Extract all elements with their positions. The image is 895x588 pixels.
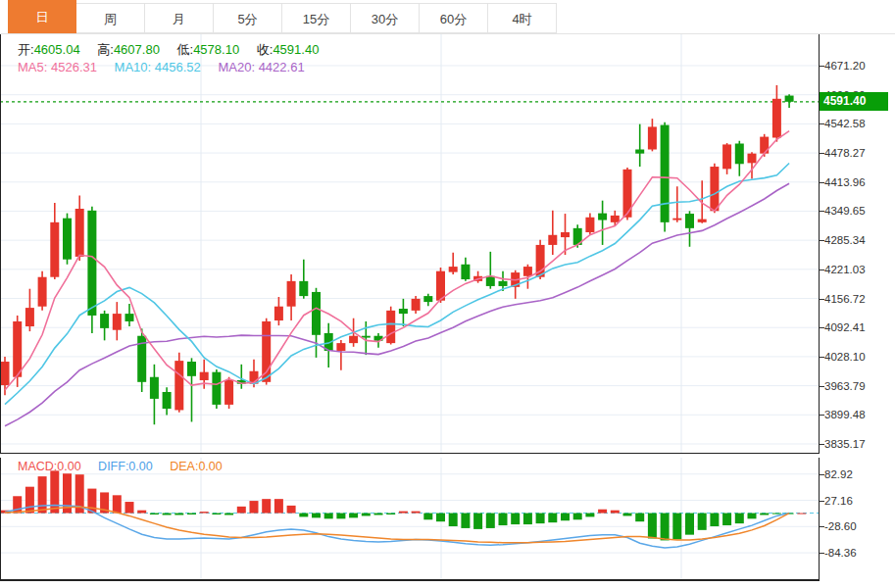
price-tick-label: 4478.27 bbox=[824, 147, 866, 159]
macd-label: MACD: bbox=[18, 460, 57, 473]
price-tick-label: -28.60 bbox=[824, 520, 857, 532]
price-tick-label: 4285.34 bbox=[824, 234, 866, 246]
price-tick-label: 4028.10 bbox=[824, 351, 866, 363]
dea-value: 0.00 bbox=[198, 460, 222, 473]
macd-row: MACD:0.00 DIFF:0.00 DEA:0.00 bbox=[18, 460, 223, 473]
last-price-tag: 4591.40 bbox=[820, 92, 888, 111]
period-tabbar: 日 周 月 5分 15分 30分 60分 4时 bbox=[0, 0, 895, 34]
price-tick-label: 4671.20 bbox=[824, 60, 866, 72]
tab-4hour[interactable]: 4时 bbox=[488, 3, 557, 33]
price-tick-label: 4221.03 bbox=[824, 264, 866, 275]
high-value: 4607.80 bbox=[114, 42, 160, 57]
tab-60min[interactable]: 60分 bbox=[420, 3, 488, 33]
price-tick-label: 4542.58 bbox=[824, 118, 866, 129]
tab-5min[interactable]: 5分 bbox=[214, 3, 282, 33]
open-label: 开: bbox=[18, 42, 34, 57]
high-label: 高: bbox=[97, 42, 114, 57]
ma10-value: 4456.52 bbox=[155, 60, 201, 74]
ma-row: MA5: 4526.31 MA10: 4456.52 MA20: 4422.61 bbox=[18, 60, 305, 74]
tab-day[interactable]: 日 bbox=[8, 0, 76, 33]
price-tick-label: 82.92 bbox=[824, 468, 853, 480]
ma5-value: 4526.31 bbox=[51, 60, 97, 74]
price-tick-label: 4156.72 bbox=[824, 293, 866, 305]
price-tick-label: 3899.48 bbox=[824, 409, 866, 420]
price-tick-label: 3835.17 bbox=[824, 438, 866, 450]
tab-week[interactable]: 周 bbox=[76, 3, 145, 33]
candlestick-pane[interactable] bbox=[0, 34, 820, 454]
price-tick-label: 4092.41 bbox=[824, 321, 866, 333]
tab-30min[interactable]: 30分 bbox=[351, 3, 420, 33]
price-tick-label: 4349.65 bbox=[824, 205, 866, 217]
ma20-label: MA20: bbox=[218, 60, 255, 74]
open-value: 4605.04 bbox=[34, 42, 80, 57]
macd-pane[interactable] bbox=[0, 458, 820, 581]
ma20-value: 4422.61 bbox=[259, 60, 305, 74]
price-tick-label: 4413.96 bbox=[824, 176, 866, 188]
dea-label: DEA: bbox=[170, 460, 198, 473]
low-label: 低: bbox=[177, 42, 194, 57]
price-tick-label: 3963.79 bbox=[824, 380, 866, 392]
close-label: 收: bbox=[257, 42, 273, 57]
tab-15min[interactable]: 15分 bbox=[282, 3, 351, 33]
diff-value: 0.00 bbox=[128, 460, 152, 473]
price-tick-label: 27.16 bbox=[824, 495, 853, 507]
diff-label: DIFF: bbox=[98, 460, 128, 473]
kline-chart-app: 日 周 月 5分 15分 30分 60分 4时 开:4605.04 高:4607… bbox=[0, 0, 895, 588]
price-tick-label: -84.36 bbox=[824, 547, 857, 559]
ma10-label: MA10: bbox=[115, 60, 152, 74]
ohlc-row: 开:4605.04 高:4607.80 低:4578.10 收:4591.40 bbox=[18, 41, 319, 59]
ma5-label: MA5: bbox=[18, 60, 47, 74]
close-value: 4591.40 bbox=[273, 42, 319, 57]
tab-month[interactable]: 月 bbox=[145, 3, 214, 33]
macd-value: 0.00 bbox=[57, 460, 80, 473]
low-value: 4578.10 bbox=[193, 42, 239, 57]
